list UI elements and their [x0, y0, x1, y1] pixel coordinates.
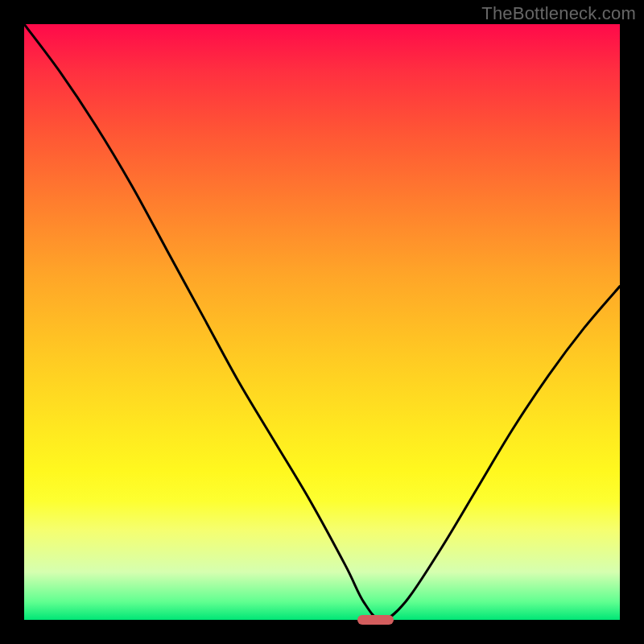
watermark-text: TheBottleneck.com: [481, 3, 636, 24]
chart-area: [24, 24, 620, 620]
optimum-marker: [357, 615, 393, 625]
curve-path: [24, 24, 620, 620]
bottleneck-curve: [24, 24, 620, 620]
